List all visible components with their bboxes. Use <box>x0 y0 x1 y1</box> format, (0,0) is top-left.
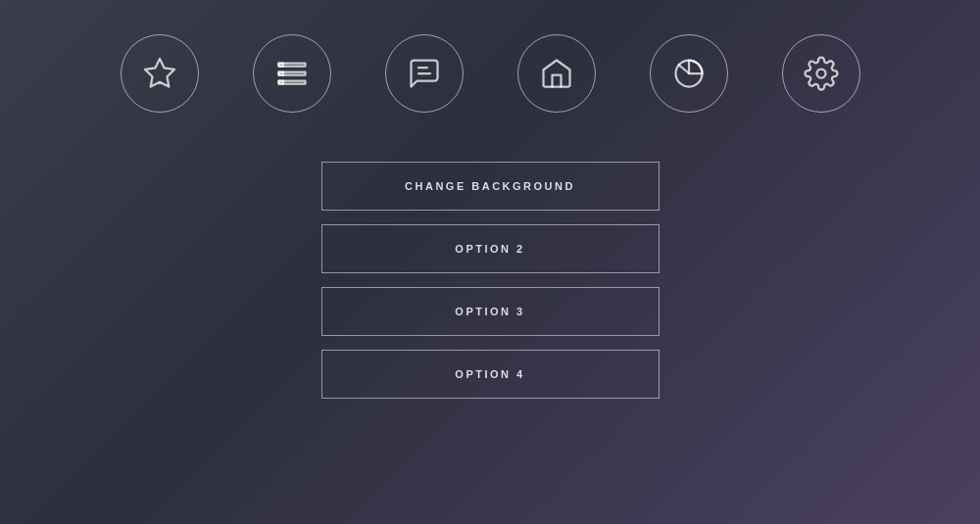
svg-rect-4 <box>278 64 283 67</box>
chat-icon <box>407 56 442 91</box>
svg-marker-0 <box>145 59 174 87</box>
home-nav-button[interactable] <box>517 34 596 113</box>
svg-rect-5 <box>278 72 283 75</box>
list-nav-button[interactable] <box>253 34 331 113</box>
star-icon <box>142 56 177 91</box>
menu-section: CHANGE BACKGROUND OPTION 2 OPTION 3 OPTI… <box>318 162 662 399</box>
change-background-button[interactable]: CHANGE BACKGROUND <box>321 162 660 211</box>
settings-nav-button[interactable] <box>782 34 860 113</box>
chart-icon <box>671 56 707 91</box>
home-icon <box>539 56 574 91</box>
top-nav <box>0 34 980 113</box>
option4-button[interactable]: OPTION 4 <box>321 350 660 399</box>
option3-button[interactable]: OPTION 3 <box>321 287 660 336</box>
svg-point-9 <box>816 70 825 78</box>
list-icon <box>274 56 310 91</box>
chat-nav-button[interactable] <box>385 34 464 113</box>
svg-rect-6 <box>278 81 283 84</box>
star-nav-button[interactable] <box>121 34 199 113</box>
chart-nav-button[interactable] <box>650 34 728 113</box>
svg-line-8 <box>678 65 689 73</box>
option2-button[interactable]: OPTION 2 <box>321 224 660 273</box>
settings-icon <box>804 56 839 91</box>
